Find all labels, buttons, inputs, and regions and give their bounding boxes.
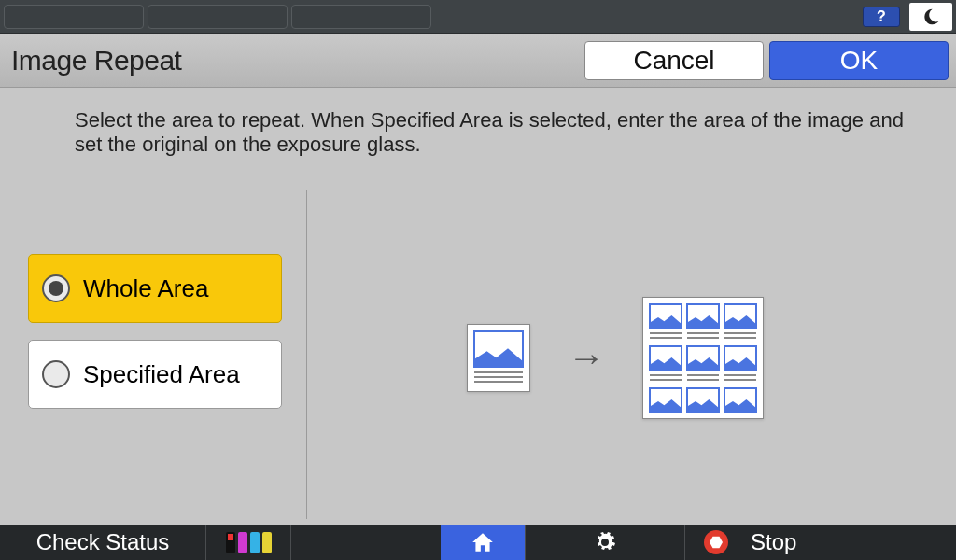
page-title: Image Repeat [7, 45, 579, 77]
sys-tab-1[interactable] [4, 5, 144, 29]
gear-icon [594, 531, 616, 553]
radio-icon [42, 360, 70, 388]
toner-icon [262, 532, 272, 553]
bottom-navbar: Check Status Stop [0, 525, 956, 560]
system-bar: ? [0, 0, 956, 34]
stop-label: Stop [751, 529, 796, 555]
page-body: Select the area to repeat. When Specifie… [0, 88, 956, 525]
toner-icon [226, 532, 235, 553]
radio-icon [42, 274, 70, 302]
toner-status-button[interactable] [206, 525, 290, 560]
ok-button[interactable]: OK [769, 41, 949, 80]
stop-button[interactable]: Stop [685, 525, 956, 560]
check-status-button[interactable]: Check Status [0, 525, 205, 560]
sys-tab-2[interactable] [148, 5, 288, 29]
option-whole-area[interactable]: Whole Area [28, 254, 282, 323]
toner-icon [238, 532, 247, 553]
nav-spacer [291, 525, 441, 560]
stop-icon [704, 530, 728, 554]
option-label: Whole Area [83, 274, 208, 303]
vertical-divider [306, 190, 307, 519]
preview-illustration: → [467, 297, 764, 419]
help-button[interactable]: ? [863, 7, 900, 27]
preview-source-icon [467, 324, 530, 393]
option-specified-area[interactable]: Specified Area [28, 340, 282, 409]
home-button[interactable] [441, 525, 525, 560]
moon-icon [921, 7, 940, 26]
page-header: Image Repeat Cancel OK [0, 34, 956, 88]
sleep-button[interactable] [909, 3, 952, 31]
settings-button[interactable] [526, 525, 684, 560]
arrow-right-icon: → [568, 337, 605, 379]
cancel-button[interactable]: Cancel [584, 41, 764, 80]
area-options: Whole Area Specified Area [28, 254, 282, 426]
option-label: Specified Area [83, 360, 240, 389]
instruction-text: Select the area to repeat. When Specifie… [75, 108, 919, 158]
sys-tab-3[interactable] [291, 5, 431, 29]
toner-icon [250, 532, 260, 553]
home-icon [471, 530, 495, 554]
preview-result-icon [642, 297, 764, 419]
